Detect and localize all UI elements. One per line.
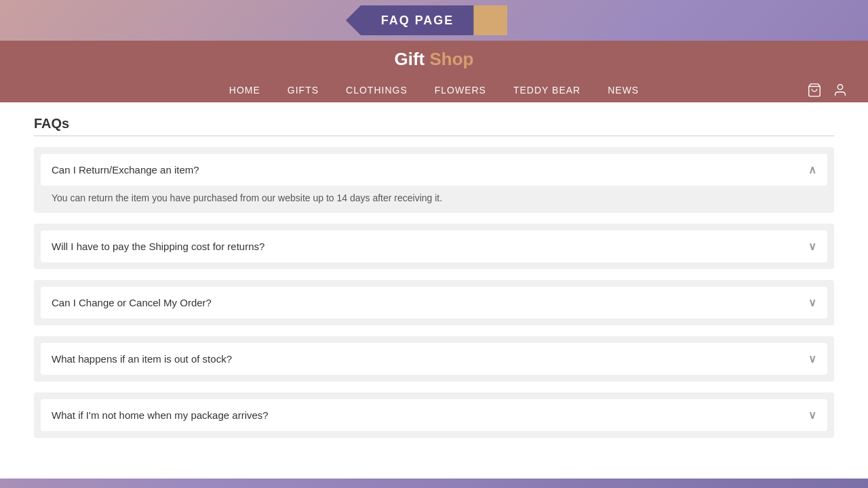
nav-item-gifts[interactable]: GIFTS xyxy=(288,85,319,96)
faq-chevron-5 xyxy=(808,409,816,422)
nav-icons xyxy=(807,83,848,98)
faq-chevron-4 xyxy=(808,352,816,365)
faq-question-4: What happens if an item is out of stock? xyxy=(52,353,232,365)
faq-item-1[interactable]: Can I Return/Exchange an item? xyxy=(41,154,827,186)
nav-bar: HOME GIFTS CLOTHINGS FLOWERS TEDDY BEAR … xyxy=(0,78,868,102)
faq-item-3[interactable]: Can I Change or Cancel My Order? xyxy=(41,287,827,319)
top-banner: FAQ PAGE xyxy=(0,0,868,41)
store-header: Gift Shop HOME GIFTS CLOTHINGS FLOWERS T… xyxy=(0,41,868,102)
nav-item-teddy-bear[interactable]: TEDDY BEAR xyxy=(513,85,580,96)
banner-main: FAQ PAGE xyxy=(361,5,475,35)
faq-item-2[interactable]: Will I have to pay the Shipping cost for… xyxy=(41,230,827,262)
faqs-title: FAQs xyxy=(34,116,834,131)
store-name-gift: Gift xyxy=(395,49,425,69)
faq-question-1: Can I Return/Exchange an item? xyxy=(52,164,199,176)
faq-item-4[interactable]: What happens if an item is out of stock? xyxy=(41,343,827,375)
faq-section-3: Can I Change or Cancel My Order? xyxy=(34,280,834,325)
nav-item-news[interactable]: NEWS xyxy=(608,85,639,96)
faqs-divider xyxy=(34,136,834,136)
faq-section-2: Will I have to pay the Shipping cost for… xyxy=(34,224,834,269)
store-title: Gift Shop xyxy=(0,49,868,78)
store-name-shop: Shop xyxy=(425,49,473,69)
nav-item-clothings[interactable]: CLOTHINGS xyxy=(346,85,408,96)
faq-question-2: Will I have to pay the Shipping cost for… xyxy=(52,241,264,252)
user-icon[interactable] xyxy=(833,83,848,98)
banner-tail xyxy=(473,5,507,35)
faq-section-4: What happens if an item is out of stock? xyxy=(34,336,834,382)
banner-shape: FAQ PAGE xyxy=(361,5,508,35)
faq-answer-1: You can return the item you have purchas… xyxy=(41,186,827,206)
faq-question-3: Can I Change or Cancel My Order? xyxy=(52,297,212,308)
faq-section-5: What if I'm not home when my package arr… xyxy=(34,392,834,438)
faq-chevron-1 xyxy=(808,163,816,176)
banner-title: FAQ PAGE xyxy=(381,14,454,28)
nav-item-home[interactable]: HOME xyxy=(229,85,260,96)
faq-question-5: What if I'm not home when my package arr… xyxy=(52,409,269,421)
cart-icon[interactable] xyxy=(807,83,822,98)
svg-point-1 xyxy=(837,85,842,89)
faq-section-1: Can I Return/Exchange an item? You can r… xyxy=(34,147,834,213)
nav-item-flowers[interactable]: FLOWERS xyxy=(435,85,486,96)
main-content: FAQs Can I Return/Exchange an item? You … xyxy=(0,102,868,479)
faq-chevron-2 xyxy=(808,240,816,253)
faq-item-5[interactable]: What if I'm not home when my package arr… xyxy=(41,399,827,431)
faq-chevron-3 xyxy=(808,296,816,309)
